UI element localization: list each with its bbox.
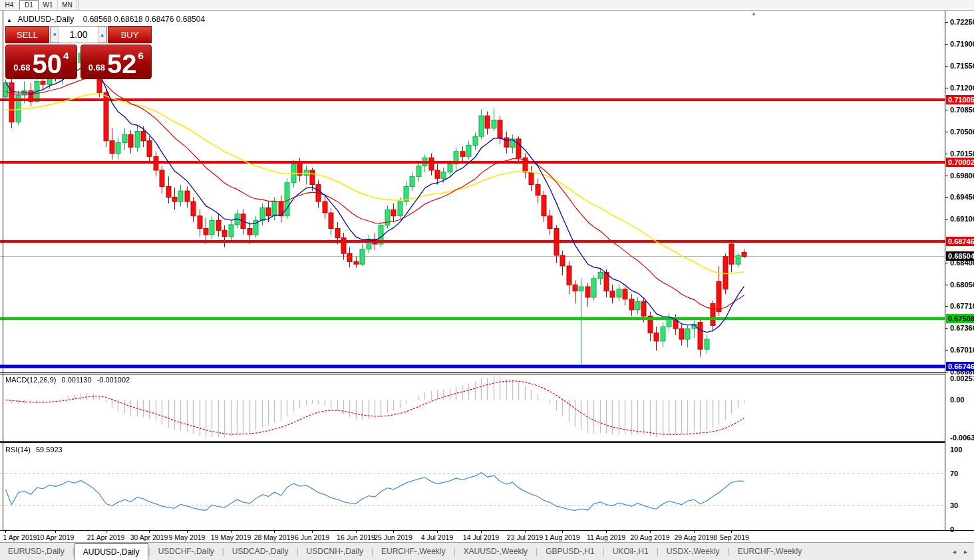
macd-label: MACD(12,26,9) 0.001130 -0.001002 — [5, 376, 133, 384]
volume-down-button[interactable]: ▼ — [51, 27, 59, 43]
date-tick-mark — [525, 531, 526, 533]
date-tick-mark — [312, 531, 313, 533]
sell-price-base: 0.68 — [13, 63, 30, 72]
rsi-axis-label: 0 — [950, 525, 954, 533]
price-tick-mark — [945, 306, 948, 307]
tab-scroll-left-icon[interactable]: ◂ — [953, 548, 956, 555]
price-tick-label: 0.69450 — [950, 193, 974, 201]
price-tick-label: 0.71200 — [950, 84, 974, 92]
date-tick-mark — [106, 531, 106, 533]
price-tick-mark — [945, 219, 948, 219]
date-tick-label: 29 Aug 2019 — [675, 533, 714, 541]
date-tick-mark — [5, 531, 6, 533]
rsi-axis-label: 30 — [950, 501, 958, 509]
sell-price-point: 4 — [63, 50, 69, 61]
chart-tab-2-usdchfdaily[interactable]: USDCHF-,Daily — [150, 543, 222, 560]
chart-tab-0-eurusddaily[interactable]: EURUSD-,Daily — [0, 543, 73, 560]
price-tick-mark — [945, 22, 948, 23]
price-tick-label: 0.70850 — [950, 106, 974, 114]
chart-tab-9-usdxweekly[interactable]: USDX-,Weekly — [659, 543, 728, 560]
tab-scroll-arrows: ◂ ▸ — [953, 543, 974, 560]
timeframe-toolbar: H4D1W1MN — [0, 0, 974, 11]
price-tick-mark — [945, 88, 948, 88]
chart-frame-left — [3, 11, 3, 530]
volume-stepper: ▼ ▲ — [50, 26, 107, 43]
price-level-badge: 0.66746 — [946, 362, 974, 371]
date-tick-label: 1 Aug 2019 — [544, 533, 579, 541]
chart-tab-8-ukoilh1[interactable]: UKOil-,H1 — [605, 543, 657, 560]
price-tick-label: 0.69100 — [950, 215, 974, 223]
price-tick-label: 0.67010 — [950, 346, 974, 354]
price-level-badge: 0.70002 — [946, 158, 974, 167]
period-button-H4[interactable]: H4 — [0, 0, 19, 10]
chart-tab-4-usdcnhdaily[interactable]: USDCNH-,Daily — [299, 543, 371, 560]
chart-tab-6-xauusdweekly[interactable]: XAUUSD-,Weekly — [456, 543, 536, 560]
chart-tab-bar: EURUSD-,Daily|AUDUSD-,Daily|USDCHF-,Dail… — [0, 542, 974, 560]
chart-shift-marker-icon[interactable]: ▲ — [751, 11, 756, 17]
date-tick-mark — [149, 531, 150, 533]
date-tick-label: 6 Jun 2019 — [295, 533, 329, 541]
date-tick-label: 9 May 2019 — [169, 533, 206, 541]
date-tick-label: 20 Aug 2019 — [631, 533, 670, 541]
sell-price-tile[interactable]: 0.68 50 4 — [5, 45, 77, 79]
macd-axis-label: 0.002574 — [950, 374, 974, 382]
date-tick-label: 28 May 2019 — [254, 533, 295, 541]
chart-tab-10-eurchfweekly[interactable]: EURCHF-,Weekly — [730, 543, 810, 560]
price-tick-mark — [945, 44, 948, 45]
rsi-axis-label: 100 — [950, 446, 962, 454]
chart-symbol-label: AUDUSD-,Daily — [18, 15, 75, 24]
date-tick-label: 30 Apr 2019 — [130, 533, 168, 541]
rsi-indicator-chart[interactable] — [0, 443, 945, 530]
chart-tabs: EURUSD-,Daily|AUDUSD-,Daily|USDCHF-,Dail… — [0, 543, 810, 560]
period-button-W1[interactable]: W1 — [39, 0, 58, 10]
date-tick-label: 16 Jun 2019 — [337, 533, 375, 541]
buy-price-base: 0.68 — [88, 63, 105, 72]
one-click-trade-panel: SELL ▼ ▲ BUY 0.68 50 4 0.68 52 6 — [5, 26, 152, 79]
price-tick-label: 0.71900 — [950, 40, 974, 48]
price-tick-label: 0.68050 — [950, 281, 974, 289]
mt4-terminal-window: H4D1W1MN 0.722500.719000.715500.712000.7… — [0, 0, 974, 560]
chart-ohlc-quotes: 0.68568 0.68618 0.68476 0.68504 — [83, 15, 206, 24]
chart-tab-5-eurchfweekly[interactable]: EURCHF-,Weekly — [373, 543, 453, 560]
price-tick-mark — [945, 263, 948, 263]
price-tick-label: 0.67710 — [950, 302, 974, 310]
price-tick-mark — [945, 328, 948, 329]
buy-price-pips: 52 — [107, 52, 137, 76]
rsi-label: RSI(14) 59.5923 — [5, 446, 66, 454]
date-tick-mark — [694, 531, 695, 533]
date-tick-label: 10 Apr 2019 — [37, 533, 75, 541]
volume-input[interactable] — [59, 27, 98, 43]
buy-price-tile[interactable]: 0.68 52 6 — [81, 45, 152, 79]
date-tick-mark — [55, 531, 56, 533]
chart-tab-7-gbpusdh1[interactable]: GBPUSD-,H1 — [538, 543, 602, 560]
date-tick-label: 25 Jun 2019 — [374, 533, 412, 541]
chart-tab-1-audusddaily[interactable]: AUDUSD-,Daily — [75, 543, 148, 560]
chart-tab-3-usdcaddaily[interactable]: USDCAD-,Daily — [224, 543, 297, 560]
tab-scroll-right-icon[interactable]: ▸ — [964, 548, 967, 555]
price-tick-label: 0.69800 — [950, 172, 974, 180]
volume-up-button[interactable]: ▲ — [98, 27, 106, 43]
period-button-MN[interactable]: MN — [58, 0, 77, 10]
date-tick-label: 1 Apr 2019 — [3, 533, 37, 541]
price-tick-mark — [945, 285, 948, 285]
date-tick-mark — [274, 531, 275, 533]
date-tick-mark — [606, 531, 607, 533]
price-tick-label: 0.70150 — [950, 150, 974, 158]
period-button-D1[interactable]: D1 — [19, 0, 39, 10]
rsi-value: 59.5923 — [36, 446, 63, 454]
date-tick-mark — [650, 531, 651, 533]
price-tick-mark — [945, 66, 948, 67]
buy-button[interactable]: BUY — [108, 26, 152, 43]
sell-price-pips: 50 — [32, 52, 62, 76]
date-tick-mark — [356, 531, 357, 533]
rsi-name: RSI(14) — [5, 446, 31, 454]
date-tick-label: 14 Jul 2019 — [463, 533, 499, 541]
date-tick-mark — [187, 531, 188, 533]
sell-button[interactable]: SELL — [5, 26, 49, 43]
macd-indicator-chart[interactable] — [0, 374, 945, 441]
macd-name: MACD(12,26,9) — [5, 376, 56, 384]
toolbar-divider — [79, 0, 79, 10]
collapse-panel-icon[interactable]: ▲ — [7, 17, 12, 23]
date-axis: 1 Apr 201910 Apr 201921 Apr 201930 Apr 2… — [0, 531, 945, 542]
date-tick-mark — [481, 531, 482, 533]
